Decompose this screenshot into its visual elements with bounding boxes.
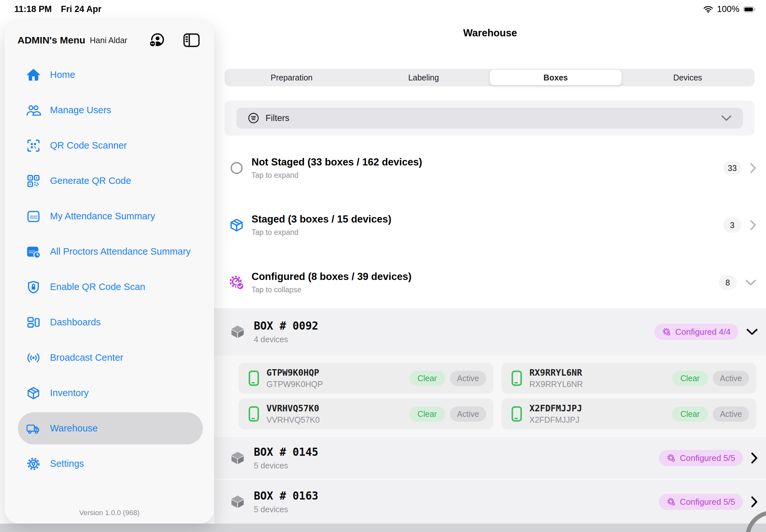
device-name: X2FDFMJJPJ (529, 403, 582, 413)
battery-percent: 100% (717, 4, 739, 14)
warehouse-tabs: Preparation Labeling Boxes Devices (225, 69, 755, 86)
chevron-down-icon (721, 115, 732, 121)
warehouse-page: Warehouse Preparation Labeling Boxes Dev… (214, 0, 766, 532)
active-button[interactable]: Active (450, 371, 486, 386)
section-title: Not Staged (33 boxes / 162 devices) (251, 156, 422, 168)
section-subtitle: Tap to collapse (251, 285, 412, 294)
section-subtitle: Tap to expand (251, 171, 422, 180)
circle-icon (229, 160, 244, 176)
broadcast-icon (26, 350, 41, 365)
device-serial: RX9RRYL6NR (529, 380, 583, 389)
chevron-right-icon (750, 163, 756, 174)
box-device-count: 5 devices (254, 461, 318, 470)
users-icon (26, 103, 41, 118)
bottom-content-edge (0, 524, 766, 532)
sidebar-toggle-icon[interactable] (183, 33, 200, 47)
chevron-right-icon (751, 452, 758, 464)
sidebar-item-qr-code-scanner[interactable]: QR Code Scanner (5, 128, 214, 163)
wifi-icon (703, 6, 713, 13)
device-row[interactable]: VVRHVQ57K0 VVRHVQ57K0 Clear Active (238, 398, 493, 429)
configured-badge: Configured 4/4 (654, 324, 738, 340)
filters-section: Filters (225, 101, 755, 136)
device-row[interactable]: RX9RRYL6NR RX9RRYL6NR Clear Active (502, 363, 756, 394)
qr-scanner-icon (26, 138, 41, 153)
tab-devices[interactable]: Devices (622, 70, 754, 85)
sidebar-item-home[interactable]: Home (5, 57, 214, 92)
box-number: BOX # 0163 (254, 490, 318, 502)
app-version: Version 1.0.0 (968) (5, 509, 214, 517)
qr-code-icon (26, 174, 41, 188)
sidebar-item-manage-users[interactable]: Manage Users (5, 92, 214, 128)
active-button[interactable]: Active (450, 406, 486, 422)
box-number: BOX # 0092 (254, 320, 318, 332)
sidebar-item-all-proctors-attendance-summary[interactable]: All Proctors Attendance Summary (5, 234, 214, 269)
chevron-right-icon (750, 220, 756, 231)
sidebar-item-settings[interactable]: Settings (5, 446, 214, 481)
clear-button[interactable]: Clear (672, 406, 708, 422)
tab-preparation[interactable]: Preparation (225, 70, 358, 85)
tab-boxes[interactable]: Boxes (490, 70, 622, 85)
device-serial: X2FDFMJJPJ (529, 415, 582, 425)
sidebar-item-broadcast-center[interactable]: Broadcast Center (5, 340, 214, 375)
filter-icon (247, 112, 260, 124)
phone-icon (248, 406, 259, 422)
calendar-icon (26, 209, 41, 224)
tab-labeling[interactable]: Labeling (358, 70, 490, 85)
status-bar-left: 11:18 PM Fri 24 Apr (14, 4, 102, 14)
cube-blue-icon (229, 217, 244, 233)
chevron-down-icon (746, 328, 758, 335)
clear-button[interactable]: Clear (409, 371, 445, 386)
sidebar-item-inventory[interactable]: Inventory (5, 375, 214, 411)
sidebar-user-name: Hani Aldar (90, 36, 127, 45)
dashboard-icon (26, 315, 41, 330)
box-number: BOX # 0145 (254, 446, 318, 458)
shield-lock-icon (26, 280, 41, 295)
phone-icon (511, 370, 522, 386)
section-subtitle: Tap to expand (251, 228, 392, 237)
box-device-count: 4 devices (254, 335, 318, 344)
section-title: Staged (3 boxes / 15 devices) (251, 213, 392, 225)
sidebar-item-enable-qr-code-scan[interactable]: Enable QR Code Scan (5, 269, 214, 305)
section-staged[interactable]: Staged (3 boxes / 15 devices) Tap to exp… (214, 207, 766, 243)
chevron-down-icon (745, 279, 756, 286)
box-row-0092[interactable]: BOX # 0092 4 devices Configured 4/4 (214, 308, 766, 356)
gear-icon (26, 456, 41, 471)
battery-icon (743, 6, 756, 13)
device-serial: GTPW9K0HQP (266, 380, 323, 389)
status-date: Fri 24 Apr (61, 4, 102, 14)
filters-toggle[interactable]: Filters (236, 108, 743, 128)
status-bar-right: 100% (703, 4, 756, 14)
filters-label: Filters (265, 113, 289, 123)
box-row-0163[interactable]: BOX # 0163 5 devices Configured 5/5 (214, 480, 766, 524)
sidebar-item-my-attendance-summary[interactable]: My Attendance Summary (5, 199, 214, 234)
box-device-count: 5 devices (254, 505, 318, 514)
device-row[interactable]: X2FDFMJJPJ X2FDFMJJPJ Clear Active (502, 398, 756, 429)
admin-sidebar: ADMIN's Menu Hani Aldar (5, 20, 214, 524)
box-row-0145[interactable]: BOX # 0145 5 devices Configured 5/5 (214, 437, 766, 479)
phone-icon (248, 370, 259, 386)
sidebar-menu: Home Manage Users (5, 57, 214, 481)
active-button[interactable]: Active (713, 371, 749, 386)
configured-badge: Configured 5/5 (659, 450, 743, 466)
sidebar-item-dashboards[interactable]: Dashboards (5, 305, 214, 340)
count-badge: 33 (723, 161, 741, 175)
section-not-staged[interactable]: Not Staged (33 boxes / 162 devices) Tap … (214, 150, 766, 186)
clear-button[interactable]: Clear (672, 371, 708, 386)
clear-button[interactable]: Clear (409, 406, 445, 422)
section-title: Configured (8 boxes / 39 devices) (251, 271, 412, 283)
calendar-clock-icon (26, 244, 41, 259)
sidebar-item-generate-qr-code[interactable]: Generate QR Code (5, 163, 214, 199)
gear-check-icon (229, 275, 244, 290)
sidebar-item-warehouse[interactable]: Warehouse (5, 411, 214, 446)
count-badge: 3 (723, 218, 741, 233)
page-title: Warehouse (214, 27, 766, 39)
section-configured[interactable]: Configured (8 boxes / 39 devices) Tap to… (214, 264, 766, 301)
device-name: GTPW9K0HQP (266, 368, 323, 378)
box-cube-icon (230, 450, 245, 466)
device-name: VVRHVQ57K0 (266, 403, 320, 413)
profile-chat-icon[interactable] (148, 32, 165, 48)
box-cube-icon (230, 494, 245, 510)
home-icon (26, 67, 41, 82)
active-button[interactable]: Active (713, 406, 749, 422)
device-row[interactable]: GTPW9K0HQP GTPW9K0HQP Clear Active (238, 363, 493, 394)
